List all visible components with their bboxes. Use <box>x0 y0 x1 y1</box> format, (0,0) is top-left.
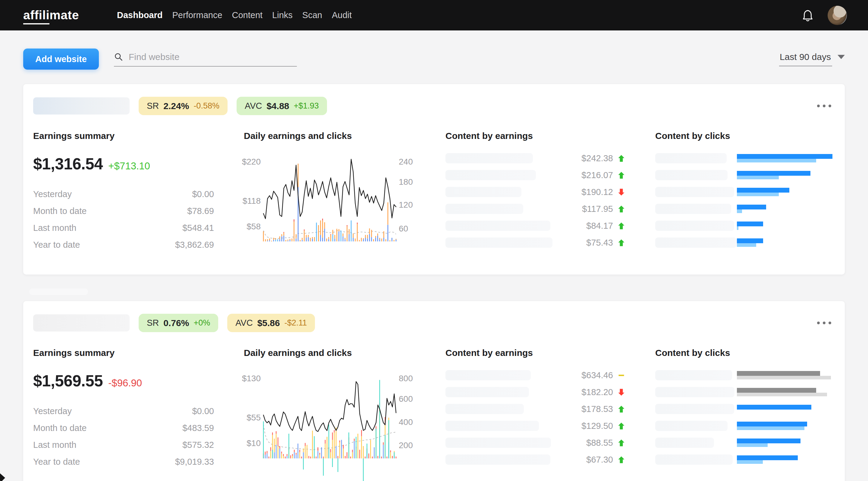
content-by-clicks-column: Content by clicks <box>655 348 835 481</box>
date-range-label: Last 90 days <box>779 52 832 66</box>
content-clicks-row[interactable] <box>655 150 835 167</box>
earnings-row-label: Yesterday <box>33 406 72 416</box>
content-title-skeleton <box>445 204 523 214</box>
earnings-row: Month to date$483.59 <box>33 419 214 437</box>
content-earnings-rows: $634.46$182.20$178.53$129.50$88.55$67.30 <box>445 367 625 468</box>
content-clicks-row[interactable] <box>655 367 835 384</box>
left-axis-tick: $55 <box>247 413 261 422</box>
up-arrow-icon <box>617 222 625 230</box>
flat-arrow-icon <box>617 371 625 379</box>
content-earnings-row[interactable]: $634.46 <box>445 367 625 384</box>
clicks-bar-current <box>737 205 766 210</box>
content-earnings-row[interactable]: $88.55 <box>445 434 625 451</box>
card-body: Earnings summary $1,316.54 +$713.10 Yest… <box>33 131 835 265</box>
app-logo[interactable]: affilimate <box>23 9 79 22</box>
content-clicks-rows <box>655 150 835 251</box>
content-clicks-row[interactable] <box>655 217 835 234</box>
nav-item-performance[interactable]: Performance <box>173 10 222 20</box>
nav-item-links[interactable]: Links <box>272 10 293 20</box>
content-clicks-row[interactable] <box>655 184 835 200</box>
website-card: SR 0.76% +0% AVC $5.86 -$2.11 Earnings s… <box>23 301 845 481</box>
right-axis-tick: 60 <box>399 224 408 233</box>
avc-label: AVC <box>236 318 253 328</box>
content-title-skeleton <box>655 187 734 197</box>
sr-label: SR <box>147 318 159 328</box>
content-title-skeleton <box>655 170 727 180</box>
clicks-bar-current <box>737 222 763 226</box>
sr-badge: SR 0.76% +0% <box>138 314 218 332</box>
content-earnings-row[interactable]: $190.12 <box>445 184 625 200</box>
content-earnings-row[interactable]: $75.43 <box>445 234 625 251</box>
earnings-row: Month to date$78.69 <box>33 202 214 219</box>
clicks-bar-current <box>737 371 820 376</box>
content-by-earnings-column: Content by earnings $242.38$216.07$190.1… <box>445 131 625 265</box>
more-options-button[interactable] <box>813 101 835 111</box>
clicks-bar-previous <box>737 443 768 447</box>
clicks-bar-current <box>737 388 816 393</box>
content-by-clicks-title: Content by clicks <box>655 131 835 141</box>
content-earnings-value: $634.46 <box>581 371 613 380</box>
content-earnings-row[interactable]: $129.50 <box>445 417 625 434</box>
date-range-select[interactable]: Last 90 days <box>779 52 845 66</box>
content-earnings-row[interactable]: $117.95 <box>445 200 625 217</box>
content-earnings-row[interactable]: $67.30 <box>445 451 625 468</box>
content-clicks-row[interactable] <box>655 451 835 468</box>
mouse-cursor <box>0 473 5 481</box>
clicks-bar-current <box>737 405 811 410</box>
content-clicks-row[interactable] <box>655 384 835 400</box>
clicks-bar-pair <box>737 238 763 247</box>
content-clicks-row[interactable] <box>655 434 835 451</box>
website-search[interactable] <box>114 52 297 67</box>
content-earnings-value: $190.12 <box>581 187 613 197</box>
content-earnings-value: $67.30 <box>586 455 613 465</box>
daily-earnings-clicks-chart: $220$118$5824018012060 <box>244 145 415 265</box>
search-input[interactable] <box>128 52 297 62</box>
content-earnings-row[interactable]: $178.53 <box>445 400 625 417</box>
content-earnings-value: $75.43 <box>586 238 613 248</box>
content-title-skeleton <box>655 387 735 397</box>
content-clicks-row[interactable] <box>655 200 835 217</box>
down-arrow-icon <box>617 188 625 196</box>
content-earnings-row[interactable]: $84.17 <box>445 217 625 234</box>
content-earnings-row[interactable]: $216.07 <box>445 167 625 184</box>
more-options-button[interactable] <box>813 318 835 328</box>
content-title-skeleton <box>655 370 732 380</box>
app-logo-underlined: affili <box>23 8 50 24</box>
clicks-bar-current <box>737 171 810 176</box>
nav-item-audit[interactable]: Audit <box>332 10 352 20</box>
content-clicks-row[interactable] <box>655 400 835 417</box>
clicks-bar-current <box>737 422 807 426</box>
user-avatar[interactable] <box>828 6 847 25</box>
clicks-bar-pair <box>737 371 831 379</box>
earnings-row: Year to date$3,862.69 <box>33 236 214 253</box>
notifications-button[interactable] <box>800 7 815 23</box>
clicks-bar-previous <box>737 176 779 179</box>
earnings-row: Yesterday$0.00 <box>33 403 214 419</box>
nav-item-dashboard[interactable]: Dashboard <box>117 10 162 20</box>
content-clicks-row[interactable] <box>655 234 835 251</box>
website-name-skeleton <box>33 97 130 115</box>
right-axis-tick: 600 <box>399 394 413 404</box>
content-clicks-row[interactable] <box>655 417 835 434</box>
content-by-clicks-column: Content by clicks <box>655 131 835 265</box>
clicks-bar-previous <box>737 193 779 196</box>
earnings-row-value: $0.00 <box>192 406 214 416</box>
clicks-bar-pair <box>737 455 798 464</box>
right-axis-tick: 120 <box>399 200 413 210</box>
clicks-bar-previous <box>737 243 756 247</box>
add-website-button[interactable]: Add website <box>23 49 99 70</box>
clicks-bar-pair <box>737 388 827 396</box>
clicks-bar-previous <box>737 226 738 230</box>
clicks-bar-previous <box>737 210 742 213</box>
nav-item-content[interactable]: Content <box>232 10 263 20</box>
earnings-row-value: $575.32 <box>182 440 214 450</box>
left-axis-tick: $10 <box>247 439 261 448</box>
up-arrow-icon <box>617 154 625 162</box>
avc-badge: AVC $5.86 -$2.11 <box>227 314 315 332</box>
sr-badge: SR 2.24% -0.58% <box>138 97 227 115</box>
total-earnings: $1,569.55 <box>33 372 103 390</box>
content-clicks-row[interactable] <box>655 167 835 184</box>
content-earnings-row[interactable]: $242.38 <box>445 150 625 167</box>
content-earnings-row[interactable]: $182.20 <box>445 384 625 400</box>
nav-item-scan[interactable]: Scan <box>302 10 322 20</box>
